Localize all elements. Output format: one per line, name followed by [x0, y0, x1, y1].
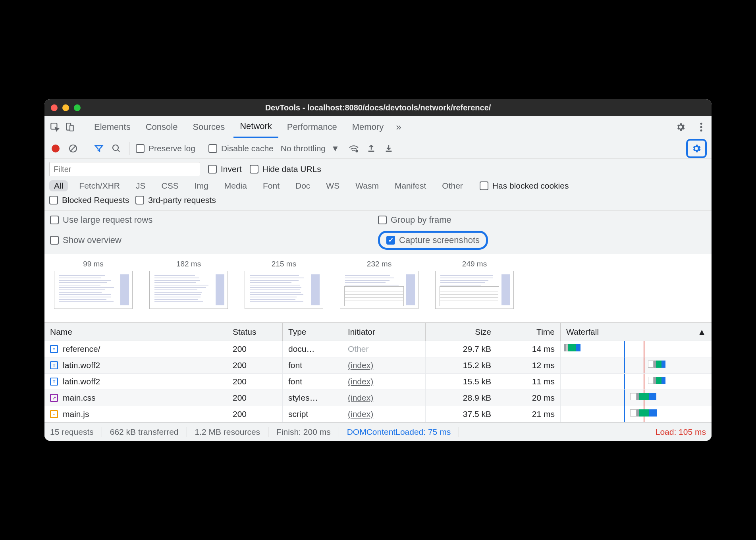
disable-cache-label: Disable cache: [221, 144, 274, 153]
settings-gear-icon[interactable]: [674, 121, 687, 133]
request-time: 12 ms: [497, 357, 561, 373]
table-row[interactable]: Tlatin.woff2200font(index)15.5 kB11 ms: [44, 374, 712, 390]
request-status: 200: [227, 406, 283, 422]
blocked-requests-checkbox[interactable]: Blocked Requests: [49, 195, 129, 205]
request-initiator: Other: [342, 341, 426, 357]
request-time: 20 ms: [497, 390, 561, 406]
filter-chip-ws[interactable]: WS: [321, 180, 344, 191]
filter-input[interactable]: [49, 162, 200, 176]
filter-chip-img[interactable]: Img: [190, 180, 213, 191]
tab-sources[interactable]: Sources: [186, 116, 231, 138]
tab-performance[interactable]: Performance: [281, 116, 343, 138]
filter-chip-js[interactable]: JS: [131, 180, 150, 191]
filter-chip-fetchxhr[interactable]: Fetch/XHR: [74, 180, 125, 191]
filter-chip-wasm[interactable]: Wasm: [351, 180, 384, 191]
filter-chip-css[interactable]: CSS: [157, 180, 183, 191]
disable-cache-checkbox[interactable]: Disable cache: [208, 144, 274, 153]
close-window-button[interactable]: [51, 104, 58, 111]
col-status[interactable]: Status: [227, 323, 283, 341]
table-row[interactable]: ↗main.css200styles…(index)28.9 kB20 ms: [44, 390, 712, 406]
col-size[interactable]: Size: [426, 323, 497, 341]
request-type: script: [283, 406, 342, 422]
network-settings-gear-icon[interactable]: [690, 142, 703, 155]
show-overview-checkbox[interactable]: Show overview: [50, 231, 378, 250]
svg-rect-2: [70, 125, 73, 131]
export-har-icon[interactable]: [382, 142, 395, 155]
status-finish: Finish: 200 ms: [268, 427, 339, 437]
devtools-tabbar: ElementsConsoleSourcesNetworkPerformance…: [44, 116, 712, 138]
maximize-window-button[interactable]: [74, 104, 81, 111]
svg-rect-12: [386, 150, 392, 152]
preserve-log-checkbox[interactable]: Preserve log: [136, 144, 195, 153]
request-initiator[interactable]: (index): [342, 390, 426, 406]
network-settings-highlight: [686, 139, 707, 158]
titlebar: DevTools - localhost:8080/docs/devtools/…: [44, 99, 712, 116]
import-har-icon[interactable]: [365, 142, 378, 155]
kebab-menu-icon[interactable]: [695, 121, 708, 133]
filter-chip-media[interactable]: Media: [220, 180, 252, 191]
col-waterfall[interactable]: Waterfall▲: [561, 323, 712, 341]
minimize-window-button[interactable]: [62, 104, 69, 111]
request-initiator[interactable]: (index): [342, 406, 426, 422]
status-domcontentloaded: DOMContentLoaded: 75 ms: [339, 427, 459, 437]
col-initiator[interactable]: Initiator: [342, 323, 426, 341]
tab-memory[interactable]: Memory: [346, 116, 390, 138]
devtools-window: DevTools - localhost:8080/docs/devtools/…: [44, 99, 712, 441]
table-row[interactable]: •main.js200script(index)37.5 kB21 ms: [44, 406, 712, 422]
request-type: font: [283, 374, 342, 390]
table-row[interactable]: ≡reference/200docu…Other29.7 kB14 ms: [44, 341, 712, 357]
filmstrip-frame[interactable]: 249 ms: [435, 260, 514, 309]
record-button[interactable]: [49, 142, 62, 155]
request-status: 200: [227, 341, 283, 357]
table-row[interactable]: Tlatin.woff2200font(index)15.2 kB12 ms: [44, 357, 712, 374]
clear-button[interactable]: [67, 142, 79, 155]
tab-elements[interactable]: Elements: [88, 116, 137, 138]
filmstrip-frame[interactable]: 182 ms: [149, 260, 228, 309]
filmstrip-frame[interactable]: 232 ms: [340, 260, 418, 309]
invert-label: Invert: [221, 164, 242, 174]
more-tabs-chevron-icon[interactable]: »: [392, 121, 405, 133]
network-conditions-icon[interactable]: [347, 142, 360, 155]
filter-chip-other[interactable]: Other: [437, 180, 468, 191]
tab-network[interactable]: Network: [233, 116, 278, 138]
network-settings-panel: Use large request rows Group by frame Sh…: [44, 211, 712, 254]
inspect-element-icon[interactable]: [48, 121, 61, 133]
tab-console[interactable]: Console: [139, 116, 184, 138]
col-time[interactable]: Time: [497, 323, 561, 341]
third-party-checkbox[interactable]: 3rd-party requests: [135, 195, 216, 205]
request-size: 29.7 kB: [426, 341, 497, 357]
preserve-log-label: Preserve log: [148, 144, 195, 153]
throttling-select[interactable]: No throttling ▼: [281, 144, 339, 153]
throttling-label: No throttling: [281, 144, 326, 153]
device-toggle-icon[interactable]: [64, 121, 76, 133]
filmstrip-frame[interactable]: 215 ms: [245, 260, 323, 309]
filter-chip-doc[interactable]: Doc: [291, 180, 315, 191]
filmstrip-timestamp: 249 ms: [462, 260, 487, 268]
invert-checkbox[interactable]: Invert: [208, 164, 242, 174]
request-waterfall: [561, 390, 712, 406]
filmstrip-thumbnail: [149, 271, 228, 309]
filter-chip-font[interactable]: Font: [258, 180, 284, 191]
has-blocked-cookies-checkbox[interactable]: Has blocked cookies: [480, 181, 569, 191]
large-rows-checkbox[interactable]: Use large request rows: [50, 215, 378, 225]
col-type[interactable]: Type: [283, 323, 342, 341]
request-size: 28.9 kB: [426, 390, 497, 406]
svg-point-4: [700, 126, 702, 128]
svg-line-9: [118, 150, 120, 152]
col-name[interactable]: Name: [44, 323, 227, 341]
request-name: main.css: [63, 393, 96, 403]
capture-screenshots-checkbox[interactable]: Capture screenshots: [386, 235, 480, 245]
filter-funnel-icon[interactable]: [93, 142, 105, 155]
filmstrip-frame[interactable]: 99 ms: [54, 260, 133, 309]
group-by-frame-checkbox[interactable]: Group by frame: [378, 215, 706, 225]
large-rows-label: Use large request rows: [63, 215, 152, 225]
hide-data-urls-checkbox[interactable]: Hide data URLs: [250, 164, 321, 174]
font-file-icon: T: [50, 378, 58, 386]
request-initiator[interactable]: (index): [342, 357, 426, 373]
filter-chip-manifest[interactable]: Manifest: [390, 180, 431, 191]
filter-chip-all[interactable]: All: [49, 180, 68, 191]
doc-file-icon: ≡: [50, 345, 58, 353]
request-initiator[interactable]: (index): [342, 374, 426, 390]
third-party-label: 3rd-party requests: [148, 195, 216, 205]
search-icon[interactable]: [110, 142, 123, 155]
